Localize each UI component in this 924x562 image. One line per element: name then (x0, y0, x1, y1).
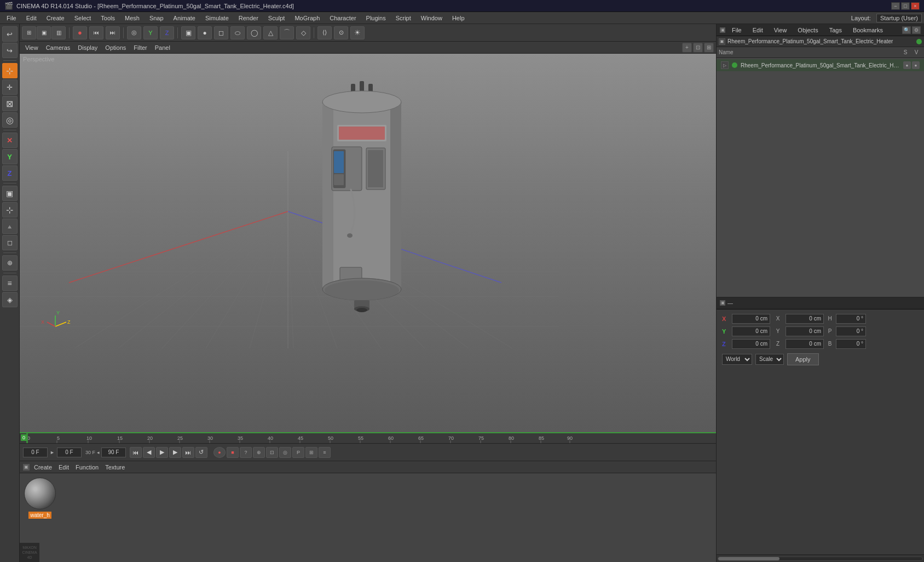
rec-extra-button[interactable]: ⊞ (305, 447, 317, 458)
menu-tools[interactable]: Tools (96, 14, 119, 22)
stop-button[interactable]: ■ (227, 447, 239, 458)
material-ball-water[interactable] (24, 478, 56, 509)
menu-select[interactable]: Select (70, 14, 96, 22)
obj-menu-tags[interactable]: Tags (825, 26, 846, 35)
obj-search-icon[interactable]: 🔍 (902, 26, 911, 34)
light-btn[interactable]: ☀ (350, 26, 365, 39)
apply-button[interactable]: Apply (787, 353, 819, 365)
coord-p-rot-input[interactable] (836, 326, 866, 336)
move-tool-button[interactable]: ✛ (2, 79, 18, 95)
render-view-button[interactable]: ▣ (37, 26, 51, 39)
menu-animate[interactable]: Animate (169, 14, 200, 22)
coord-y-pos-input[interactable] (732, 326, 770, 336)
obj-menu-edit[interactable]: Edit (748, 26, 767, 35)
coord-x-pos-input[interactable] (732, 314, 770, 324)
camera-btn[interactable]: ⊙ (334, 26, 348, 39)
obj-menu-bookmarks[interactable]: Bookmarks (848, 26, 887, 35)
record-next-button[interactable]: ⏭ (106, 26, 120, 39)
cylinder-btn[interactable]: ⬭ (230, 26, 245, 39)
obj-eye-icon[interactable]: ● (903, 61, 911, 69)
viewport-expand-icon[interactable]: + (682, 43, 692, 53)
record-auto-button[interactable]: ● (213, 447, 226, 458)
menu-snap[interactable]: Snap (145, 14, 168, 22)
menu-create[interactable]: Create (42, 14, 69, 22)
obj-lock-icon[interactable]: ● (912, 61, 920, 69)
coord-transform-select[interactable]: Scale Size (755, 354, 784, 365)
nurbs-btn[interactable]: ◇ (296, 26, 310, 39)
object-snap-button[interactable]: ◎ (127, 26, 141, 39)
rotate-tool-button[interactable]: ◎ (2, 112, 18, 128)
rec-motion-button[interactable]: ⊡ (266, 447, 278, 458)
go-to-start-button[interactable]: ⏮ (130, 447, 142, 458)
material-create[interactable]: Create (32, 463, 54, 471)
menu-window[interactable]: Window (417, 14, 447, 22)
menu-mesh[interactable]: Mesh (120, 14, 144, 22)
table-row[interactable]: ▷ Rheem_Performance_Platinum_50gal_Smart… (717, 59, 924, 71)
rec-path-button[interactable]: ◎ (279, 447, 291, 458)
close-button[interactable]: × (911, 2, 920, 10)
coord-z-size-input[interactable] (786, 339, 824, 349)
coord-y-size-input[interactable] (786, 326, 824, 336)
scrollbar-track[interactable] (718, 557, 923, 561)
y-axis-button[interactable]: Y (2, 149, 18, 164)
cone-btn[interactable]: △ (263, 26, 278, 39)
menu-script[interactable]: Script (391, 14, 415, 22)
obj-menu-view[interactable]: View (770, 26, 792, 35)
cursor-tool-button[interactable]: ⊹ (2, 63, 18, 78)
record-marker-button[interactable]: ? (240, 447, 252, 458)
y-up-button[interactable]: Y (143, 26, 158, 39)
play-button[interactable]: ▶ (156, 447, 168, 458)
material-button[interactable]: ◈ (2, 292, 18, 307)
menu-help[interactable]: Help (448, 14, 469, 22)
coord-x-size-input[interactable] (786, 314, 824, 324)
loop-button[interactable]: ↺ (195, 447, 207, 458)
menu-plugins[interactable]: Plugins (362, 14, 390, 22)
menu-character[interactable]: Character (325, 14, 360, 22)
material-function[interactable]: Function (73, 463, 101, 471)
redo-button[interactable]: ↪ (2, 43, 18, 58)
material-texture[interactable]: Texture (103, 463, 127, 471)
layout-select[interactable]: Startup (User) (876, 14, 922, 22)
maximize-button[interactable]: □ (901, 2, 910, 10)
obj-expand-icon[interactable]: ▷ (721, 61, 729, 69)
coord-b-rot-input[interactable] (836, 339, 866, 349)
play-next-button[interactable]: ▶ (169, 447, 181, 458)
deformer-btn[interactable]: ⟨⟩ (317, 26, 332, 39)
scrollbar-thumb[interactable] (718, 557, 779, 560)
x-axis-button[interactable]: ✕ (2, 133, 18, 148)
snap-button[interactable]: ⊕ (2, 255, 18, 271)
coord-z-pos-input[interactable] (732, 339, 770, 349)
current-frame-input[interactable] (23, 448, 48, 457)
menu-sculpt[interactable]: Sculpt (264, 14, 290, 22)
viewport-menu-panel[interactable]: Panel (152, 43, 174, 52)
torus-btn[interactable]: ◯ (247, 26, 261, 39)
viewport-link-icon[interactable]: ⊡ (693, 43, 703, 53)
z-forward-button[interactable]: Z (160, 26, 174, 39)
menu-render[interactable]: Render (234, 14, 263, 22)
coord-system-select[interactable]: World Object (722, 354, 752, 365)
obj-menu-file[interactable]: File (727, 26, 746, 35)
viewport-fullscreen-icon[interactable]: ⊞ (704, 43, 714, 53)
record-prev-button[interactable]: ⏮ (89, 26, 103, 39)
edges-mode-button[interactable]: ⟁ (2, 219, 18, 234)
viewport-menu-filter[interactable]: Filter (130, 43, 150, 52)
material-panel-icon[interactable]: ▣ (23, 464, 30, 471)
bottom-scrollbar[interactable] (717, 554, 924, 562)
render-region-button[interactable]: ⊞ (22, 26, 36, 39)
obj-menu-objects[interactable]: Objects (793, 26, 822, 35)
play-prev-button[interactable]: ◀ (143, 447, 155, 458)
scale-tool-button[interactable]: ⊠ (2, 96, 18, 111)
rec-param-button[interactable]: P (292, 447, 304, 458)
material-item-water[interactable]: water_h (24, 478, 56, 519)
poly-mode-button[interactable]: ◻ (2, 235, 18, 250)
viewport-menu-display[interactable]: Display (74, 43, 101, 52)
viewport-menu-cameras[interactable]: Cameras (43, 43, 74, 52)
z-axis-button[interactable]: Z (2, 165, 18, 181)
plane-btn[interactable]: ◻ (214, 26, 228, 39)
menu-edit[interactable]: Edit (22, 14, 41, 22)
record-help-button[interactable]: ⊕ (253, 447, 265, 458)
viewport-menu-view[interactable]: View (22, 43, 42, 52)
cube-btn[interactable]: ▣ (181, 26, 195, 39)
timeline-button[interactable]: ≡ (319, 447, 331, 458)
3d-viewport[interactable]: View Cameras Display Options Filter Pane… (20, 42, 716, 432)
